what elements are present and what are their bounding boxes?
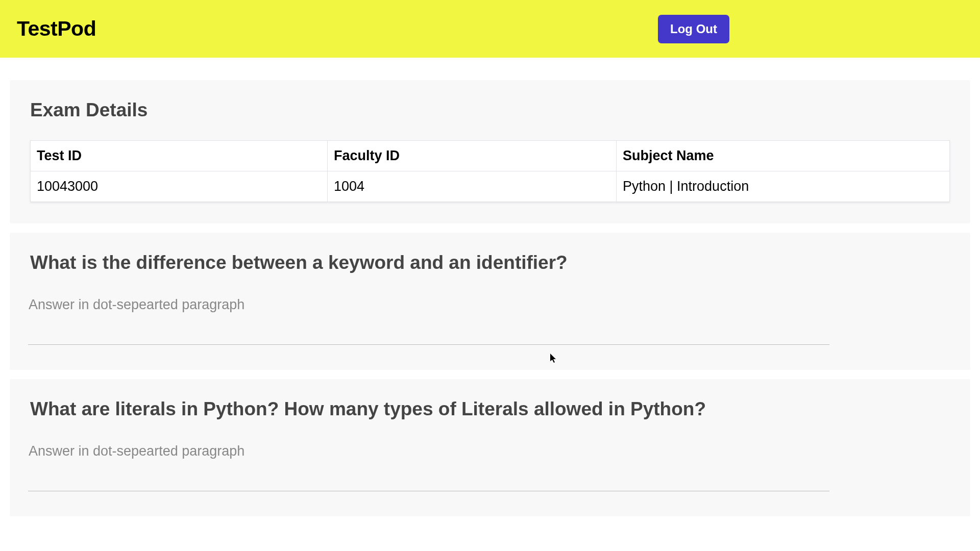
exam-details-table: Test ID Faculty ID Subject Name 10043000… <box>30 140 950 202</box>
col-faculty-id: Faculty ID <box>328 141 617 171</box>
question-card: What is the difference between a keyword… <box>10 233 970 370</box>
exam-details-card: Exam Details Test ID Faculty ID Subject … <box>10 80 970 223</box>
logout-button[interactable]: Log Out <box>658 15 729 43</box>
table-row: 10043000 1004 Python | Introduction <box>31 171 950 202</box>
cell-subject-name: Python | Introduction <box>617 171 950 202</box>
brand-logo: TestPod <box>17 17 96 41</box>
answer-input[interactable] <box>28 289 829 345</box>
main-content: Exam Details Test ID Faculty ID Subject … <box>0 58 980 516</box>
answer-input[interactable] <box>28 435 829 491</box>
question-card: What are literals in Python? How many ty… <box>10 379 970 516</box>
question-prompt: What is the difference between a keyword… <box>30 252 950 273</box>
col-test-id: Test ID <box>31 141 328 171</box>
app-header: TestPod Log Out <box>0 0 980 58</box>
cell-faculty-id: 1004 <box>328 171 617 202</box>
col-subject-name: Subject Name <box>617 141 950 171</box>
table-header-row: Test ID Faculty ID Subject Name <box>31 141 950 171</box>
cell-test-id: 10043000 <box>31 171 328 202</box>
exam-details-title: Exam Details <box>30 99 950 121</box>
question-prompt: What are literals in Python? How many ty… <box>30 398 950 420</box>
